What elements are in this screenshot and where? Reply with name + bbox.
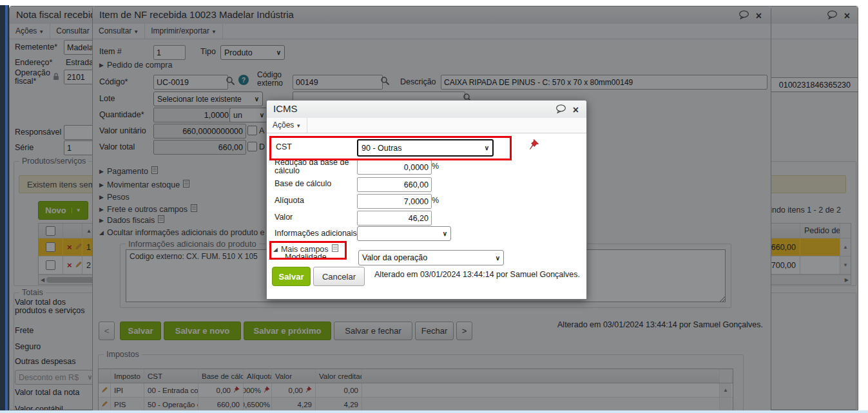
menu-imprimir-exportar[interactable]: Imprimir/exportar▼ <box>145 24 223 39</box>
item-titlebar[interactable]: Item de NF recebida 10023 Madelar Indúst… <box>93 6 771 24</box>
edit-pencil-icon[interactable] <box>101 386 108 394</box>
close-icon[interactable]: × <box>756 12 762 21</box>
product-info-icon[interactable]: ? <box>238 75 249 85</box>
scroll-down-arrow[interactable]: ▼ <box>840 256 851 274</box>
valor-unitario-checkbox[interactable] <box>247 126 257 135</box>
tipo-select[interactable]: Produto∨ <box>220 45 285 60</box>
impostos-legend: Impostos <box>104 350 142 359</box>
bottom-strip <box>0 410 868 413</box>
descricao-input[interactable]: CAIXA RIPADA DE PINUS - C: 570 x 70 x 80… <box>441 75 767 90</box>
imposto-row-ipi[interactable]: IPI 00 - Entrada com recup... 0,00 0,000… <box>99 383 733 398</box>
scroll-left-arrow[interactable]: ◀ <box>39 277 46 283</box>
aliquota-input[interactable]: 7,0000 <box>357 194 432 209</box>
valor-total-checkbox[interactable] <box>247 142 257 151</box>
valor-contabil-label: Valor contábil <box>15 405 63 410</box>
detail-doc-icon[interactable] <box>158 215 164 225</box>
close-icon[interactable]: × <box>573 106 579 115</box>
valor-unitario-input[interactable]: 660,0000000000 <box>153 124 246 139</box>
modalidade-select[interactable]: Valor da operação∨ <box>358 250 504 265</box>
valor-total-input[interactable]: 660,00 <box>153 140 246 155</box>
delete-icon[interactable]: × <box>67 242 72 252</box>
select-all-checkbox[interactable] <box>46 226 55 236</box>
seguro-label: Seguro <box>15 342 41 351</box>
novo-dropdown-arrow[interactable]: ▼ <box>72 207 81 213</box>
close-icon[interactable]: × <box>844 12 850 21</box>
novo-button[interactable]: Novo▼ <box>38 201 88 220</box>
chat-bubble-icon[interactable] <box>738 10 749 22</box>
search-icon[interactable] <box>380 76 390 88</box>
informacoes-adicionais-select[interactable]: ∨ <box>357 226 451 241</box>
codigo-externo-input[interactable]: 00149 <box>293 75 383 90</box>
sort-asc-icon[interactable]: ▲ <box>86 228 92 234</box>
valor-input[interactable]: 46,20 <box>357 211 432 226</box>
search-icon[interactable] <box>226 76 235 88</box>
salvar-e-novo-button[interactable]: Salvar e novo <box>164 322 241 340</box>
edit-pencil-icon[interactable] <box>75 260 82 270</box>
toggle-movimentar-estoque[interactable]: ▶Movimentar estoque <box>99 180 189 189</box>
icms-salvar-button[interactable]: Salvar <box>272 267 311 286</box>
icms-titlebar[interactable]: ICMS × <box>267 101 586 119</box>
menu-acoes[interactable]: Ações▼ <box>267 118 307 133</box>
icms-cancelar-button[interactable]: Cancelar <box>313 267 365 286</box>
toggle-ocultar-info-adicionais[interactable]: ◢Ocultar informações adicionais do produ… <box>99 228 271 237</box>
lote-select[interactable]: Selecionar lote existente∨ <box>153 91 263 106</box>
codigo-input[interactable]: UC-0019 <box>153 75 228 90</box>
chat-bubble-icon[interactable] <box>827 10 838 22</box>
prev-item-button[interactable]: < <box>99 322 115 340</box>
impostos-header-row: Imposto CST Base de cálculo Alíquota Val… <box>99 369 733 383</box>
scroll-up-arrow[interactable]: ▲ <box>720 383 731 397</box>
icms-menubar: Ações▼ <box>267 118 586 133</box>
menu-consultar[interactable]: Consultar▼ <box>93 24 145 39</box>
detail-doc-icon[interactable] <box>183 180 189 189</box>
salvar-button[interactable]: Salvar <box>120 322 161 340</box>
toggle-dados-fiscais[interactable]: ▶Dados fiscais <box>99 215 164 225</box>
pin-icon[interactable] <box>305 386 312 394</box>
pedido-compra-toggle[interactable]: ▶Pedido de compra <box>99 61 172 70</box>
pin-icon[interactable] <box>233 386 240 394</box>
toggle-pagamento[interactable]: ▶Pagamento <box>99 166 158 176</box>
fechar-button[interactable]: Fechar <box>415 322 454 340</box>
endereco-value: Estrada <box>66 58 93 67</box>
menu-acoes[interactable]: Ações▼ <box>10 24 50 39</box>
quantidade-label: Quantidade* <box>99 110 144 119</box>
base-calculo-label: Base de cálculo <box>275 179 331 188</box>
toggle-pesos[interactable]: ▶Pesos <box>99 193 130 202</box>
detail-doc-icon[interactable] <box>151 166 158 176</box>
reducao-input[interactable]: 0,0000 <box>357 160 432 175</box>
quantidade-input[interactable]: 1,0000 <box>153 108 232 122</box>
screen: Nota fiscal recebida × Ações▼ Consultar▼… <box>0 0 868 413</box>
salvar-e-fechar-button[interactable]: Salvar e fechar <box>334 322 412 340</box>
pin-icon[interactable] <box>263 386 270 394</box>
item-num-input[interactable]: 1 <box>153 45 186 60</box>
cst-select[interactable]: 90 - Outras∨ <box>357 139 494 157</box>
row1-checkbox[interactable] <box>46 242 55 252</box>
edit-pencil-icon[interactable] <box>75 242 82 252</box>
chat-bubble-icon[interactable] <box>555 104 566 116</box>
operacao-label: Operação fiscal* <box>15 69 52 86</box>
totais-legend: Totais <box>19 288 46 297</box>
info-adicionais-legend: Informações adicionais do produto <box>126 239 259 249</box>
scroll-up-arrow[interactable]: ▲ <box>840 238 851 256</box>
responsavel-label: Responsável <box>15 128 61 137</box>
detail-doc-icon[interactable] <box>332 244 338 254</box>
salvar-e-proximo-button[interactable]: Salvar e próximo <box>244 322 331 340</box>
resize-handle[interactable] <box>719 296 725 302</box>
detail-doc-icon[interactable] <box>191 204 197 214</box>
row2-checkbox[interactable] <box>46 260 55 270</box>
desconto-select[interactable]: Desconto em R$∨ <box>15 370 96 385</box>
col-pedido-header[interactable]: Pedido de compra <box>800 224 840 238</box>
item-title: Item de NF recebida 10023 Madelar Indúst… <box>99 9 550 20</box>
valor-unitario-label: Valor unitário <box>99 126 146 135</box>
scroll-right-arrow[interactable]: ▶ <box>843 277 851 283</box>
next-item-button[interactable]: > <box>456 322 472 340</box>
item-num-label: Item # <box>99 47 122 56</box>
edit-pencil-icon[interactable] <box>101 400 108 408</box>
imposto-row-pis[interactable]: PIS 50 - Operação com dire... 660,00 0,6… <box>99 398 733 412</box>
reducao-label: Redução da base de cálculo <box>275 158 357 175</box>
pin-icon[interactable] <box>528 139 539 153</box>
unidade-select[interactable]: un∨ <box>229 108 268 122</box>
toggle-frete-outros[interactable]: ▶Frete e outros campos <box>99 204 197 214</box>
icms-title: ICMS <box>273 103 298 114</box>
base-calculo-input[interactable]: 660,00 <box>357 177 432 192</box>
delete-icon[interactable]: × <box>67 260 72 270</box>
